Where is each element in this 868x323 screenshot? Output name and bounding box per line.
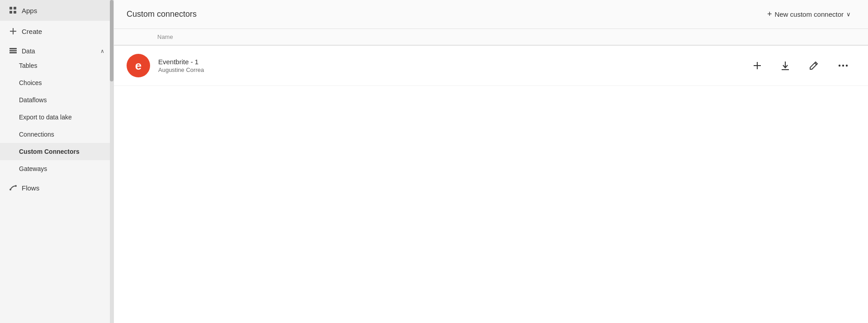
svg-rect-8 — [9, 52, 17, 53]
sidebar-item-apps-label: Apps — [22, 7, 37, 14]
chevron-down-icon: ∨ — [846, 11, 851, 18]
sidebar-item-create-label: Create — [22, 28, 42, 35]
table-header: Name — [114, 29, 868, 46]
sidebar-item-flows-label: Flows — [22, 184, 39, 192]
more-options-button[interactable] — [835, 62, 851, 69]
sidebar-item-flows[interactable]: Flows — [0, 177, 113, 198]
svg-rect-7 — [9, 50, 17, 52]
sidebar-item-export-label: Export to data lake — [19, 114, 72, 121]
connector-row-eventbrite: e Eventbrite - 1 Augustine Correa — [114, 46, 868, 86]
svg-point-17 — [842, 65, 844, 66]
sidebar-item-custom-connectors[interactable]: Custom Connectors — [0, 143, 113, 160]
sidebar-section-data-label: Data — [22, 48, 35, 55]
connector-info-eventbrite: Eventbrite - 1 Augustine Correa — [158, 58, 742, 73]
svg-rect-1 — [14, 7, 16, 10]
table-icon — [9, 47, 17, 55]
sidebar-item-connections[interactable]: Connections — [0, 126, 113, 143]
svg-point-18 — [846, 65, 848, 66]
sidebar-item-export-to-data-lake[interactable]: Export to data lake — [0, 109, 113, 126]
sidebar-item-gateways-label: Gateways — [19, 165, 47, 172]
edit-button[interactable] — [807, 59, 821, 72]
svg-rect-3 — [14, 11, 16, 14]
new-connector-plus-icon: + — [767, 10, 772, 19]
collapse-icon: ∧ — [100, 48, 104, 54]
new-connector-label: New custom connector — [774, 10, 844, 18]
sidebar-item-tables-label: Tables — [19, 62, 37, 69]
grid-icon — [9, 6, 17, 14]
svg-rect-0 — [9, 7, 12, 10]
create-plus-icon — [9, 27, 17, 35]
scrollbar-track[interactable] — [110, 0, 113, 323]
svg-rect-6 — [9, 48, 17, 49]
new-custom-connector-button[interactable]: + New custom connector ∨ — [763, 7, 855, 22]
sidebar-item-custom-connectors-label: Custom Connectors — [19, 148, 80, 155]
sidebar-section-data[interactable]: Data ∧ — [0, 42, 113, 57]
main-content: Custom connectors + New custom connector… — [114, 0, 868, 323]
sidebar-item-gateways[interactable]: Gateways — [0, 160, 113, 177]
column-name-label: Name — [127, 33, 855, 40]
connector-name: Eventbrite - 1 — [158, 58, 742, 66]
scrollbar-thumb[interactable] — [110, 0, 113, 81]
sidebar-item-dataflows[interactable]: Dataflows — [0, 91, 113, 109]
sidebar-item-choices[interactable]: Choices — [0, 74, 113, 91]
sidebar-item-apps[interactable]: Apps — [0, 0, 113, 21]
sidebar: Apps Create Data ∧ Tables Choi — [0, 0, 114, 323]
flows-icon — [9, 184, 17, 192]
sidebar-item-dataflows-label: Dataflows — [19, 96, 47, 104]
sidebar-item-connections-label: Connections — [19, 131, 54, 138]
sidebar-item-tables[interactable]: Tables — [0, 57, 113, 74]
svg-point-9 — [9, 189, 11, 190]
svg-point-10 — [15, 185, 17, 187]
main-header: Custom connectors + New custom connector… — [114, 0, 868, 29]
connector-logo-eventbrite: e — [127, 54, 150, 77]
sidebar-item-choices-label: Choices — [19, 79, 42, 86]
main-body: Name e Eventbrite - 1 Augustine Correa — [114, 29, 868, 323]
connector-owner: Augustine Correa — [158, 66, 742, 73]
row-actions-eventbrite — [750, 59, 855, 72]
add-connection-button[interactable] — [750, 60, 764, 71]
download-button[interactable] — [778, 59, 792, 72]
svg-point-16 — [839, 65, 840, 66]
svg-rect-2 — [9, 11, 12, 14]
sidebar-item-create[interactable]: Create — [0, 21, 113, 42]
connector-logo-letter: e — [135, 59, 142, 73]
page-title: Custom connectors — [127, 10, 197, 19]
